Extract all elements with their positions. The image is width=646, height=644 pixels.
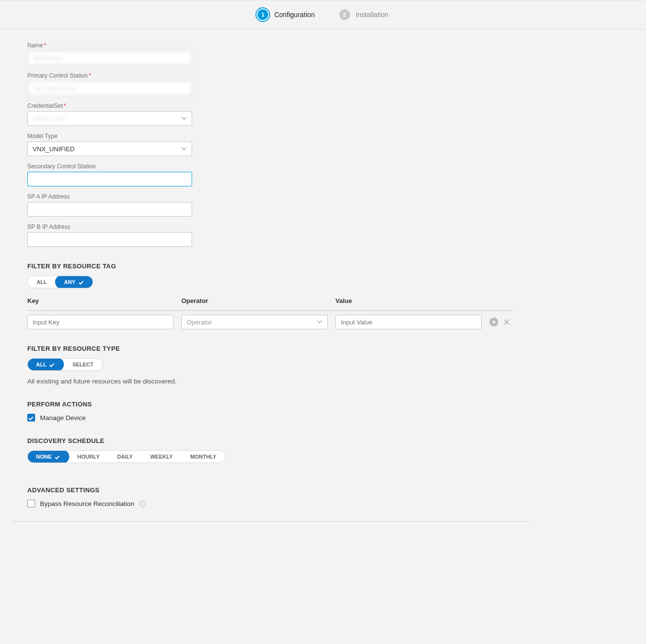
- label-secondary: Secondary Control Station: [27, 163, 513, 170]
- field-primary-control-station: Primary Control Station*: [27, 72, 513, 96]
- step-label: Configuration: [274, 11, 314, 19]
- name-input[interactable]: [27, 51, 192, 65]
- section-discovery-schedule: DISCOVERY SCHEDULE: [27, 437, 513, 444]
- configuration-form: Name* Primary Control Station* Credentia…: [12, 42, 529, 522]
- check-icon: [49, 362, 55, 367]
- schedule-none-button[interactable]: NONE: [27, 450, 69, 463]
- add-tag-row-button[interactable]: [489, 318, 498, 326]
- col-value: Value: [335, 297, 482, 307]
- credentialset-value: TEST_cred: [33, 115, 65, 122]
- tag-filter-all-button[interactable]: ALL: [28, 276, 56, 288]
- field-sp-a-ip: SP A IP Address: [27, 193, 513, 217]
- sp-b-ip-input[interactable]: [27, 232, 192, 247]
- schedule-monthly-button[interactable]: MONTHLY: [181, 450, 225, 463]
- type-filter-all-button[interactable]: ALL: [27, 358, 64, 371]
- schedule-daily-button[interactable]: DAILY: [108, 450, 141, 463]
- tag-key-input[interactable]: [27, 315, 174, 329]
- model-type-value: VNX_UNIFIED: [33, 145, 75, 153]
- tag-operator-select[interactable]: Operator: [181, 315, 328, 329]
- tag-filter-row: Operator: [27, 315, 513, 329]
- label-sp-a: SP A IP Address: [27, 193, 513, 200]
- step-number: 2: [339, 9, 350, 20]
- label-sp-b: SP B IP Address: [27, 223, 513, 230]
- chevron-down-icon: [317, 320, 322, 324]
- field-secondary-control-station: Secondary Control Station: [27, 163, 513, 186]
- type-filter-select-button[interactable]: SELECT: [63, 358, 102, 371]
- sp-a-ip-input[interactable]: [27, 202, 192, 217]
- secondary-control-station-input[interactable]: [27, 172, 192, 186]
- footer-divider: [12, 521, 529, 522]
- manage-device-label: Manage Device: [40, 414, 86, 422]
- manage-device-row: Manage Device: [27, 414, 513, 422]
- section-perform-actions: PERFORM ACTIONS: [27, 401, 513, 408]
- plus-icon: [491, 320, 496, 324]
- check-icon: [55, 455, 60, 459]
- bypass-reconciliation-checkbox[interactable]: [27, 500, 35, 507]
- model-type-select[interactable]: VNX_UNIFIED: [27, 141, 192, 156]
- bypass-label: Bypass Resource Reconciliation: [40, 500, 135, 507]
- primary-control-station-input[interactable]: [27, 81, 192, 96]
- check-icon: [78, 280, 84, 284]
- bypass-row: Bypass Resource Reconciliation i: [27, 500, 513, 507]
- check-icon: [28, 416, 34, 420]
- pill-label: NONE: [36, 454, 52, 460]
- step-installation[interactable]: 2 Installation: [339, 9, 389, 20]
- section-filter-by-resource-tag: FILTER BY RESOURCE TAG: [27, 262, 513, 270]
- manage-device-checkbox[interactable]: [27, 414, 35, 422]
- schedule-weekly-button[interactable]: WEEKLY: [141, 450, 181, 463]
- section-filter-by-resource-type: FILTER BY RESOURCE TYPE: [27, 345, 513, 352]
- tag-operator-placeholder: Operator: [187, 319, 212, 326]
- tag-filter-mode-toggle: ALL ANY: [27, 276, 93, 288]
- label-model-type: Model Type: [27, 133, 513, 140]
- tag-row-actions: [489, 318, 533, 326]
- col-key: Key: [27, 297, 174, 307]
- wizard-steps: 1 Configuration 2 Installation: [0, 0, 646, 29]
- remove-tag-row-button[interactable]: [503, 319, 510, 325]
- type-filter-mode-toggle: ALL SELECT: [27, 358, 103, 371]
- tag-value-input[interactable]: [335, 315, 482, 329]
- section-advanced-settings: ADVANCED SETTINGS: [27, 486, 513, 494]
- label-credentialset: CredentialSet*: [27, 102, 513, 109]
- field-model-type: Model Type VNX_UNIFIED: [27, 133, 513, 156]
- type-filter-hint: All existing and future resources will b…: [27, 378, 513, 385]
- col-operator: Operator: [181, 297, 328, 307]
- step-number: 1: [257, 9, 268, 20]
- info-icon[interactable]: i: [139, 501, 146, 507]
- field-name: Name*: [27, 42, 513, 65]
- step-configuration[interactable]: 1 Configuration: [257, 9, 314, 20]
- pill-label: ALL: [36, 362, 46, 367]
- chevron-down-icon: [182, 146, 187, 151]
- schedule-hourly-button[interactable]: HOURLY: [69, 450, 108, 463]
- chevron-down-icon: [182, 116, 187, 121]
- step-label: Installation: [356, 11, 389, 19]
- tag-filter-any-button[interactable]: ANY: [55, 276, 93, 288]
- label-name: Name*: [27, 42, 513, 49]
- pill-label: ANY: [64, 279, 75, 285]
- field-credentialset: CredentialSet* TEST_cred: [27, 102, 513, 126]
- field-sp-b-ip: SP B IP Address: [27, 223, 513, 247]
- schedule-toggle: NONE HOURLY DAILY WEEKLY MONTHLY: [27, 450, 226, 463]
- tag-filter-header-row: Key Operator Value: [27, 297, 513, 311]
- label-primary: Primary Control Station*: [27, 72, 513, 79]
- credentialset-select[interactable]: TEST_cred: [27, 111, 192, 126]
